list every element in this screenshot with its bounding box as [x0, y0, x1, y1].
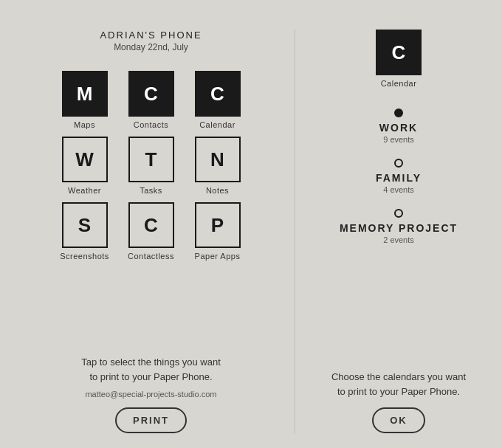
family-name: FAMILY: [376, 172, 422, 184]
screenshots-label: Screenshots: [60, 252, 109, 261]
phone-title: ADRIAN'S PHONE Monday 22nd, July: [100, 30, 202, 52]
screenshots-icon: S: [62, 202, 108, 248]
print-button[interactable]: PRINT: [115, 407, 187, 433]
notes-icon: N: [195, 137, 241, 182]
left-panel: ADRIAN'S PHONE Monday 22nd, July M Maps …: [0, 15, 295, 448]
app-tasks[interactable]: T Tasks: [122, 137, 181, 195]
email-address: matteo@special-projects-studio.com: [81, 390, 221, 399]
app-contactless[interactable]: C Contactless: [122, 202, 181, 261]
contacts-icon: C: [128, 71, 174, 117]
contacts-label: Contacts: [134, 120, 168, 129]
right-instruction: Choose the calendars you wantto print to…: [331, 370, 466, 399]
weather-icon: W: [62, 137, 108, 182]
calendar-family[interactable]: FAMILY 4 events: [310, 151, 487, 201]
family-indicator: [394, 159, 403, 168]
app-contacts[interactable]: C Contacts: [122, 71, 181, 129]
app-weather[interactable]: W Weather: [55, 137, 114, 195]
right-footer: Choose the calendars you wantto print to…: [324, 355, 473, 448]
app-paper-apps[interactable]: P Paper Apps: [188, 202, 247, 261]
calendar-list: WORK 9 events FAMILY 4 events MEMORY PRO…: [310, 101, 487, 252]
work-events: 9 events: [383, 135, 414, 144]
contactless-label: Contactless: [128, 252, 174, 261]
memory-indicator: [394, 209, 403, 218]
paper-apps-label: Paper Apps: [195, 252, 241, 261]
contactless-icon: C: [128, 202, 174, 248]
tasks-label: Tasks: [140, 186, 162, 195]
right-panel: C Calendar WORK 9 events FAMILY 4 events…: [295, 15, 502, 448]
calendar-label: Calendar: [199, 120, 235, 129]
memory-name: MEMORY PROJECT: [340, 222, 458, 234]
work-indicator: [394, 108, 403, 117]
work-name: WORK: [379, 122, 418, 134]
calendar-work[interactable]: WORK 9 events: [310, 101, 487, 151]
calendar-memory-project[interactable]: MEMORY PROJECT 2 events: [310, 201, 487, 252]
memory-events: 2 events: [383, 235, 414, 244]
calendar-icon: C: [195, 71, 241, 117]
apps-grid: M Maps C Contacts C Calendar W Weather T…: [55, 71, 247, 261]
phone-name: ADRIAN'S PHONE: [100, 30, 202, 41]
ok-button[interactable]: OK: [372, 407, 425, 433]
app-notes[interactable]: N Notes: [188, 137, 247, 195]
tasks-icon: T: [128, 137, 174, 182]
family-events: 4 events: [383, 185, 414, 194]
left-footer: Tap to select the things you wantto prin…: [74, 340, 228, 448]
app-maps[interactable]: M Maps: [55, 71, 114, 129]
right-calendar-label: Calendar: [381, 79, 417, 88]
paper-apps-icon: P: [195, 202, 241, 248]
notes-label: Notes: [206, 186, 229, 195]
app-calendar[interactable]: C Calendar: [188, 71, 247, 129]
maps-icon: M: [62, 71, 108, 117]
phone-date: Monday 22nd, July: [100, 42, 202, 52]
weather-label: Weather: [68, 186, 101, 195]
right-calendar-icon: C: [376, 30, 422, 75]
app-screenshots[interactable]: S Screenshots: [55, 202, 114, 261]
left-instruction: Tap to select the things you wantto prin…: [81, 355, 221, 384]
maps-label: Maps: [74, 120, 95, 129]
